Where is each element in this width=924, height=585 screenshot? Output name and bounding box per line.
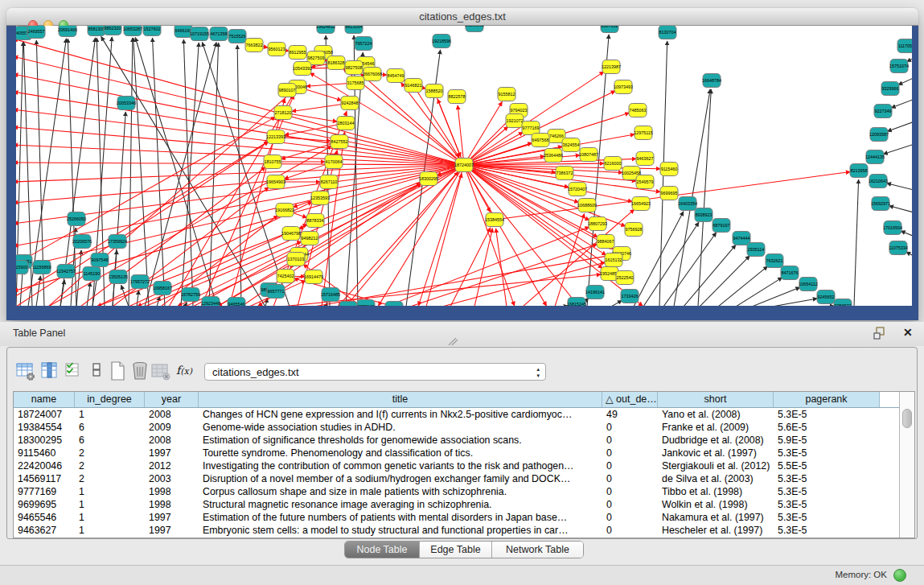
tab-edge-table[interactable]: Edge Table <box>419 542 491 558</box>
graph-edge <box>314 255 613 306</box>
network-window: citations_edges.txt 14055714246955720691… <box>6 8 918 320</box>
column-header-title[interactable]: title <box>199 392 602 407</box>
table-row[interactable]: 946362711997Embryonic stem cells: a mode… <box>14 524 914 537</box>
table-row[interactable]: 2242004622012Investigating the contribut… <box>14 459 914 472</box>
select-rows-icon[interactable] <box>63 360 84 382</box>
new-document-icon[interactable] <box>108 360 129 382</box>
graph-node-label: 8186328 <box>328 60 345 65</box>
graph-edge <box>437 97 461 156</box>
graph-node-label: 16654923 <box>631 201 651 206</box>
column-header-pagerank[interactable]: pagerank <box>774 392 880 407</box>
table-row[interactable]: 911546021997Tourette syndrome. Phenomeno… <box>14 447 914 459</box>
graph-node-label: 10719155 <box>190 31 209 36</box>
graph-node-label: 15716485 <box>321 292 340 297</box>
scrollbar-thumb[interactable] <box>902 409 912 428</box>
graph-node-label: 9884067 <box>598 239 614 244</box>
graph-node-label: 10973493 <box>614 84 633 89</box>
table-cell: Franke et al. (2009) <box>658 421 774 434</box>
graph-node-label: 9756928 <box>626 227 643 232</box>
graph-node-label: 10654112 <box>799 282 818 286</box>
graph-node-label: 7386372 <box>556 171 573 175</box>
graph-edge <box>133 38 149 306</box>
column-header-out_de[interactable]: △ out_de… <box>602 392 658 407</box>
close-panel-icon[interactable]: ✕ <box>903 326 913 339</box>
memory-status-indicator[interactable] <box>893 569 906 582</box>
graph-node-label: 12923448 <box>201 301 220 306</box>
graph-node-label: 18300295 <box>419 176 438 181</box>
window-titlebar[interactable]: citations_edges.txt <box>6 8 918 26</box>
table-cell: 5.3E-5 <box>774 511 880 524</box>
vertical-scrollbar[interactable] <box>899 392 914 538</box>
graph-node-label: 8267110 <box>321 179 338 184</box>
table-cell: 18300295 <box>14 434 75 447</box>
table-row[interactable]: 1872400712008Changes of HCN gene express… <box>14 408 914 421</box>
graph-edge <box>736 278 782 306</box>
tab-network-table[interactable]: Network Table <box>491 542 583 558</box>
graph-node-label: 19046798 <box>281 231 301 236</box>
tab-node-table[interactable]: Node Table <box>345 542 419 558</box>
import-table-icon[interactable] <box>150 360 170 382</box>
resize-grip[interactable] <box>447 338 458 346</box>
table-cell: Corpus callosum shape and size in male p… <box>199 485 602 498</box>
graph-node-label: 19218596 <box>432 39 451 43</box>
table-cell: Jankovic et al. (1997) <box>658 447 774 459</box>
table-row[interactable]: 1938455462009Genome-wide association stu… <box>14 421 914 434</box>
graph-node-label: 8130704 <box>659 30 676 35</box>
graph-node-label: 6216000 <box>605 161 622 166</box>
table-cell: Stergiakouli et al. (2012) <box>658 459 774 472</box>
graph-node-label: 12213987 <box>602 64 621 69</box>
table-cell: 5.3E-5 <box>774 408 880 421</box>
graph-node-label: 746266 <box>549 134 564 138</box>
graph-node-label: 16210643 <box>869 179 888 183</box>
graph-node-label: 9329966 <box>882 86 899 91</box>
graph-node-label: 8581305 <box>88 27 105 31</box>
attribute-table: namein_degreeyeartitle△ out_de…shortpage… <box>13 391 915 538</box>
graph-node-label: 4170064 <box>326 159 343 164</box>
graph-node-label: 18724007 <box>454 163 474 167</box>
graph-node-label: 17016504 <box>883 225 902 230</box>
table-row[interactable]: 977716911998Corpus callosum shape and si… <box>14 485 914 498</box>
delete-table-icon[interactable] <box>129 360 150 382</box>
table-cell: 9699695 <box>14 498 75 511</box>
graph-node-label: 25364486 <box>544 153 563 158</box>
graph-edge <box>16 166 458 203</box>
graph-edge <box>898 76 912 84</box>
graph-edge <box>611 300 622 306</box>
function-builder-icon[interactable]: f(x) <box>176 360 197 382</box>
window-title: citations_edges.txt <box>6 10 918 23</box>
table-row[interactable]: 946554611997Estimation of the future num… <box>14 511 914 524</box>
graph-node-label: 2469557 <box>28 29 45 34</box>
network-canvas[interactable]: 1405571424695572069140685813059862320106… <box>16 26 912 306</box>
graph-edge <box>80 167 265 306</box>
table-row[interactable]: 1456911722003Disruption of a novel membe… <box>14 472 914 485</box>
graph-node-label: 15384554 <box>485 217 504 222</box>
graph-node-label: 9474444 <box>733 236 750 241</box>
column-header-in_degree[interactable]: in_degree <box>75 392 145 407</box>
table-row[interactable]: 1830029562008Estimation of significance … <box>14 434 914 447</box>
table-cell: 0 <box>602 498 658 511</box>
column-icon[interactable] <box>39 360 60 382</box>
table-cell: 49 <box>602 408 658 421</box>
graph-node-label: 17359924 <box>108 239 127 244</box>
table-cell: Embryonic stem cells: a model to study s… <box>199 524 602 537</box>
graph-edge <box>218 168 458 306</box>
table-cell: 18724007 <box>14 408 75 421</box>
graph-node-label: 15720407 <box>568 187 587 192</box>
graph-node-label: 9862320 <box>105 26 121 31</box>
graph-edge <box>185 303 187 306</box>
graph-node-label: 9227349 <box>875 109 892 113</box>
column-header-year[interactable]: year <box>145 392 199 407</box>
graph-node-label: 9245652 <box>818 295 835 299</box>
table-selector-combo[interactable]: citations_edges.txt ▴▾ <box>204 363 546 381</box>
table-settings-icon[interactable] <box>15 360 36 382</box>
table-row[interactable]: 969969511998Structural magnetic resonanc… <box>14 498 914 511</box>
column-header-name[interactable]: name <box>14 392 75 407</box>
table-cell: Structural magnetic resonance image aver… <box>199 498 602 511</box>
graph-edge <box>891 98 912 108</box>
rows-icon[interactable] <box>87 360 108 382</box>
graph-edge <box>887 121 912 131</box>
table-cell: 2008 <box>145 434 199 447</box>
float-panel-icon[interactable] <box>873 327 886 340</box>
graph-node-label: 19166822 <box>275 208 294 212</box>
column-header-short[interactable]: short <box>658 392 774 407</box>
